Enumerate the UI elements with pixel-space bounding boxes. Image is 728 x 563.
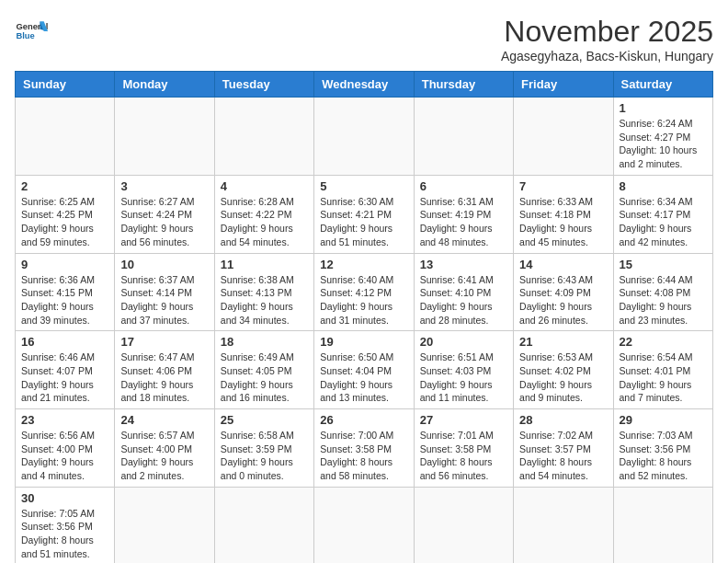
day-number: 6 [420, 179, 507, 193]
calendar-day-cell: 3Sunrise: 6:27 AM Sunset: 4:24 PM Daylig… [115, 175, 214, 253]
calendar-day-cell: 14Sunrise: 6:43 AM Sunset: 4:09 PM Dayli… [514, 253, 613, 331]
day-number: 2 [21, 179, 108, 193]
calendar-week-row: 16Sunrise: 6:46 AM Sunset: 4:07 PM Dayli… [16, 331, 713, 409]
day-number: 7 [519, 179, 607, 193]
calendar-table: SundayMondayTuesdayWednesdayThursdayFrid… [15, 71, 713, 563]
calendar-day-cell [115, 98, 214, 176]
day-number: 22 [620, 335, 707, 349]
calendar-day-cell: 15Sunrise: 6:44 AM Sunset: 4:08 PM Dayli… [613, 253, 712, 331]
day-info: Sunrise: 6:50 AM Sunset: 4:04 PM Dayligh… [320, 350, 407, 405]
day-info: Sunrise: 7:05 AM Sunset: 3:56 PM Dayligh… [21, 507, 108, 561]
day-info: Sunrise: 6:53 AM Sunset: 4:02 PM Dayligh… [519, 350, 607, 405]
day-info: Sunrise: 6:38 AM Sunset: 4:13 PM Dayligh… [221, 273, 308, 327]
day-info: Sunrise: 6:57 AM Sunset: 4:00 PM Dayligh… [120, 429, 208, 483]
calendar-day-cell: 28Sunrise: 7:02 AM Sunset: 3:57 PM Dayli… [514, 409, 613, 488]
calendar-week-row: 2Sunrise: 6:25 AM Sunset: 4:25 PM Daylig… [16, 175, 713, 253]
day-number: 4 [221, 179, 308, 193]
day-number: 13 [420, 258, 507, 271]
calendar-day-cell: 25Sunrise: 6:58 AM Sunset: 3:59 PM Dayli… [214, 409, 313, 488]
day-info: Sunrise: 6:56 AM Sunset: 4:00 PM Dayligh… [21, 429, 108, 483]
day-info: Sunrise: 6:24 AM Sunset: 4:27 PM Dayligh… [620, 117, 707, 171]
day-number: 26 [320, 413, 407, 427]
calendar-day-cell: 16Sunrise: 6:46 AM Sunset: 4:07 PM Dayli… [16, 331, 115, 409]
day-info: Sunrise: 6:40 AM Sunset: 4:12 PM Dayligh… [320, 273, 407, 327]
calendar-day-cell [613, 487, 712, 563]
day-number: 1 [620, 101, 707, 115]
col-header-monday: Monday [115, 72, 214, 98]
calendar-week-row: 1Sunrise: 6:24 AM Sunset: 4:27 PM Daylig… [16, 98, 713, 176]
calendar-day-cell [314, 98, 414, 176]
day-number: 15 [620, 258, 707, 271]
day-number: 24 [120, 413, 208, 427]
calendar-day-cell: 13Sunrise: 6:41 AM Sunset: 4:10 PM Dayli… [414, 253, 513, 331]
calendar-header-row: SundayMondayTuesdayWednesdayThursdayFrid… [16, 72, 713, 98]
calendar-day-cell [314, 487, 414, 563]
calendar-day-cell: 30Sunrise: 7:05 AM Sunset: 3:56 PM Dayli… [16, 487, 115, 563]
month-title: November 2025 [501, 15, 713, 49]
day-info: Sunrise: 6:27 AM Sunset: 4:24 PM Dayligh… [120, 195, 208, 249]
calendar-day-cell: 6Sunrise: 6:31 AM Sunset: 4:19 PM Daylig… [414, 175, 513, 253]
calendar-day-cell: 23Sunrise: 6:56 AM Sunset: 4:00 PM Dayli… [16, 409, 115, 488]
calendar-day-cell [214, 98, 313, 176]
day-number: 28 [519, 413, 607, 427]
col-header-friday: Friday [514, 72, 613, 98]
calendar-day-cell [414, 487, 513, 563]
logo-icon: General Blue [15, 15, 48, 48]
calendar-day-cell: 19Sunrise: 6:50 AM Sunset: 4:04 PM Dayli… [314, 331, 414, 409]
calendar-day-cell: 22Sunrise: 6:54 AM Sunset: 4:01 PM Dayli… [613, 331, 712, 409]
day-number: 8 [620, 179, 707, 193]
day-info: Sunrise: 6:51 AM Sunset: 4:03 PM Dayligh… [420, 350, 507, 405]
day-number: 17 [120, 335, 208, 349]
calendar-day-cell: 2Sunrise: 6:25 AM Sunset: 4:25 PM Daylig… [16, 175, 115, 253]
day-number: 23 [21, 413, 108, 427]
calendar-day-cell: 1Sunrise: 6:24 AM Sunset: 4:27 PM Daylig… [613, 98, 712, 176]
calendar-day-cell: 7Sunrise: 6:33 AM Sunset: 4:18 PM Daylig… [514, 175, 613, 253]
day-info: Sunrise: 6:58 AM Sunset: 3:59 PM Dayligh… [221, 429, 308, 483]
day-info: Sunrise: 6:54 AM Sunset: 4:01 PM Dayligh… [620, 350, 707, 405]
day-number: 25 [221, 413, 308, 427]
calendar-day-cell: 8Sunrise: 6:34 AM Sunset: 4:17 PM Daylig… [613, 175, 712, 253]
day-info: Sunrise: 6:25 AM Sunset: 4:25 PM Dayligh… [21, 195, 108, 249]
day-info: Sunrise: 7:03 AM Sunset: 3:56 PM Dayligh… [620, 429, 707, 483]
page-header: General Blue November 2025 Agasegyhaza, … [15, 15, 713, 63]
calendar-day-cell: 4Sunrise: 6:28 AM Sunset: 4:22 PM Daylig… [214, 175, 313, 253]
col-header-saturday: Saturday [613, 72, 712, 98]
calendar-day-cell: 9Sunrise: 6:36 AM Sunset: 4:15 PM Daylig… [16, 253, 115, 331]
day-number: 29 [620, 413, 707, 427]
day-number: 10 [120, 258, 208, 271]
day-info: Sunrise: 6:37 AM Sunset: 4:14 PM Dayligh… [120, 273, 208, 327]
calendar-day-cell [16, 98, 115, 176]
location-subtitle: Agasegyhaza, Bacs-Kiskun, Hungary [501, 49, 713, 63]
day-info: Sunrise: 6:34 AM Sunset: 4:17 PM Dayligh… [620, 195, 707, 249]
day-info: Sunrise: 6:30 AM Sunset: 4:21 PM Dayligh… [320, 195, 407, 249]
calendar-day-cell: 12Sunrise: 6:40 AM Sunset: 4:12 PM Dayli… [314, 253, 414, 331]
calendar-day-cell: 11Sunrise: 6:38 AM Sunset: 4:13 PM Dayli… [214, 253, 313, 331]
calendar-week-row: 23Sunrise: 6:56 AM Sunset: 4:00 PM Dayli… [16, 409, 713, 488]
day-number: 5 [320, 179, 407, 193]
day-info: Sunrise: 6:41 AM Sunset: 4:10 PM Dayligh… [420, 273, 507, 327]
calendar-day-cell [514, 487, 613, 563]
day-number: 9 [21, 258, 108, 271]
day-info: Sunrise: 6:33 AM Sunset: 4:18 PM Dayligh… [519, 195, 607, 249]
calendar-day-cell: 27Sunrise: 7:01 AM Sunset: 3:58 PM Dayli… [414, 409, 513, 488]
day-info: Sunrise: 6:36 AM Sunset: 4:15 PM Dayligh… [21, 273, 108, 327]
day-info: Sunrise: 6:44 AM Sunset: 4:08 PM Dayligh… [620, 273, 707, 327]
day-number: 11 [221, 258, 308, 271]
col-header-wednesday: Wednesday [314, 72, 414, 98]
calendar-day-cell [414, 98, 513, 176]
logo: General Blue [15, 15, 48, 48]
day-info: Sunrise: 6:46 AM Sunset: 4:07 PM Dayligh… [21, 350, 108, 405]
day-number: 18 [221, 335, 308, 349]
calendar-day-cell [115, 487, 214, 563]
calendar-day-cell: 18Sunrise: 6:49 AM Sunset: 4:05 PM Dayli… [214, 331, 313, 409]
day-number: 27 [420, 413, 507, 427]
calendar-day-cell [514, 98, 613, 176]
svg-text:Blue: Blue [16, 31, 34, 40]
day-info: Sunrise: 7:02 AM Sunset: 3:57 PM Dayligh… [519, 429, 607, 483]
col-header-thursday: Thursday [414, 72, 513, 98]
col-header-tuesday: Tuesday [214, 72, 313, 98]
calendar-day-cell: 29Sunrise: 7:03 AM Sunset: 3:56 PM Dayli… [613, 409, 712, 488]
day-number: 12 [320, 258, 407, 271]
day-info: Sunrise: 7:00 AM Sunset: 3:58 PM Dayligh… [320, 429, 407, 483]
col-header-sunday: Sunday [16, 72, 115, 98]
